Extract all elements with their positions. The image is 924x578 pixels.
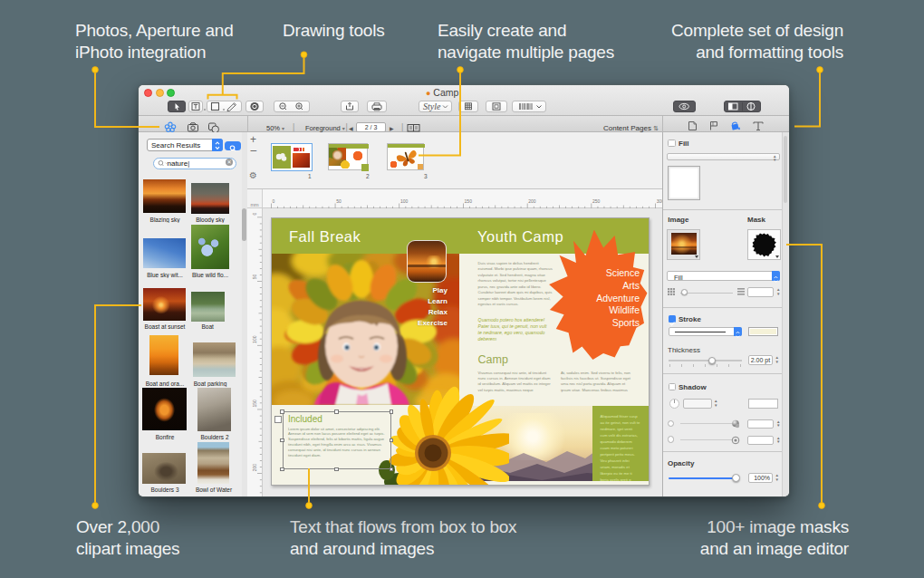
svg-text:250: 250 — [592, 198, 601, 204]
svg-text:200: 200 — [528, 198, 536, 204]
svg-text:150: 150 — [465, 198, 473, 204]
svg-text:150: 150 — [252, 400, 257, 408]
svg-text:50: 50 — [252, 274, 257, 279]
svg-text:0: 0 — [273, 198, 275, 204]
svg-text:50: 50 — [336, 198, 342, 204]
svg-text:0: 0 — [252, 213, 257, 216]
svg-text:200: 200 — [252, 464, 257, 472]
svg-text:100: 100 — [400, 198, 409, 204]
svg-text:100: 100 — [252, 335, 257, 343]
